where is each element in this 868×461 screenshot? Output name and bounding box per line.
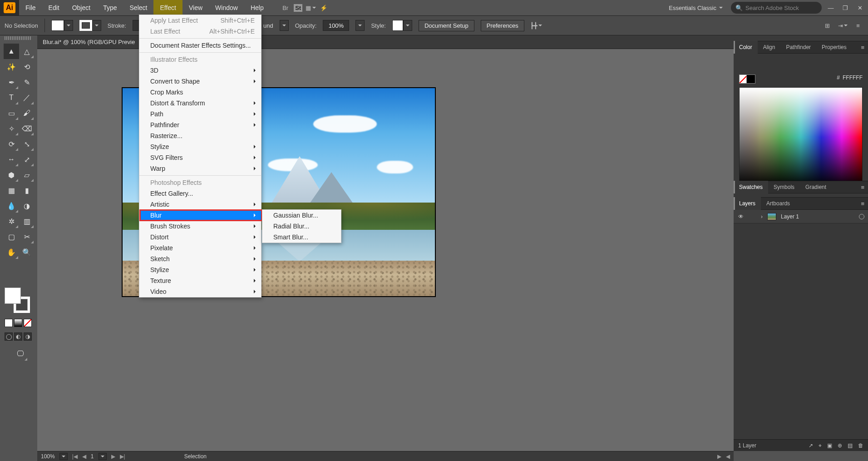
menu-path[interactable]: Path: [139, 109, 261, 119]
layer-row[interactable]: 👁 › Layer 1: [734, 210, 868, 223]
menu-raster-settings[interactable]: Document Raster Effects Settings...: [139, 40, 261, 51]
draw-normal[interactable]: ◯: [5, 332, 13, 341]
menu-rasterize[interactable]: Rasterize...: [139, 130, 261, 141]
style-swatch[interactable]: [392, 20, 403, 31]
menu-stylize-ps[interactable]: Stylize: [139, 264, 261, 275]
next-artboard[interactable]: ▶: [111, 453, 115, 460]
artboard-number[interactable]: 1: [91, 453, 94, 460]
tab-artboards[interactable]: Artboards: [761, 197, 795, 210]
align-icon[interactable]: ┣╋: [531, 20, 542, 31]
color-solid[interactable]: [5, 319, 13, 327]
first-artboard[interactable]: |◀: [72, 453, 78, 460]
gpu-icon[interactable]: ⚡: [317, 0, 330, 15]
type-tool[interactable]: T: [4, 90, 19, 105]
rectangle-tool[interactable]: ▭: [4, 105, 19, 121]
document-setup-button[interactable]: Document Setup: [419, 20, 474, 31]
menu-edit[interactable]: Edit: [42, 0, 66, 15]
profile-dropdown[interactable]: [280, 20, 289, 31]
menu-smart-blur[interactable]: Smart Blur...: [262, 232, 341, 243]
color-fill-stroke-mini[interactable]: [739, 74, 755, 84]
preferences-button[interactable]: Preferences: [481, 20, 524, 31]
menu-texture[interactable]: Texture: [139, 275, 261, 286]
menu-effect-gallery[interactable]: Effect Gallery...: [139, 188, 261, 199]
perspective-tool[interactable]: ▱: [19, 167, 35, 183]
tab-symbols[interactable]: Symbols: [768, 181, 800, 193]
expand-layer[interactable]: ›: [761, 213, 763, 220]
fill-dropdown[interactable]: [64, 20, 73, 31]
free-transform-tool[interactable]: ⤢: [19, 152, 35, 167]
hscroll-left[interactable]: ▶: [717, 453, 721, 460]
menu-svg-filters[interactable]: SVG Filters: [139, 152, 261, 163]
menu-3d[interactable]: 3D: [139, 65, 261, 76]
new-layer-icon[interactable]: ▤: [848, 442, 853, 449]
stroke-dropdown[interactable]: [92, 20, 101, 31]
menu-artistic[interactable]: Artistic: [139, 199, 261, 210]
locate-icon[interactable]: ⌖: [819, 442, 822, 449]
blend-tool[interactable]: ◑: [19, 198, 35, 213]
stock-icon[interactable]: St: [292, 0, 305, 15]
fill-color-box[interactable]: [5, 288, 21, 304]
menu-stylize-ill[interactable]: Stylize: [139, 141, 261, 152]
panel-grip[interactable]: [5, 36, 32, 40]
hand-tool[interactable]: ✋: [4, 244, 19, 260]
menu-type[interactable]: Type: [97, 0, 123, 15]
search-stock-input[interactable]: 🔍 Search Adobe Stock: [731, 2, 822, 14]
arrange-docs-icon[interactable]: ▦: [305, 0, 317, 15]
layer-name[interactable]: Layer 1: [781, 213, 799, 220]
mesh-tool[interactable]: ▦: [4, 183, 19, 198]
menu-radial-blur[interactable]: Radial Blur...: [262, 221, 341, 232]
draw-behind[interactable]: ◐: [14, 332, 22, 341]
tab-swatches[interactable]: Swatches: [734, 181, 768, 193]
scale-tool[interactable]: ⤡: [19, 136, 35, 152]
close-button[interactable]: ✕: [854, 0, 865, 15]
eyedropper-tool[interactable]: 💧: [4, 198, 19, 213]
menu-crop-marks[interactable]: Crop Marks: [139, 87, 261, 98]
tab-align[interactable]: Align: [758, 41, 781, 54]
pen-tool[interactable]: ✒: [4, 74, 19, 90]
fill-stroke-control[interactable]: [5, 288, 32, 315]
menu-window[interactable]: Window: [209, 0, 244, 15]
hex-readout[interactable]: #FFFFFF: [837, 74, 863, 81]
shape-builder-tool[interactable]: ⬢: [4, 167, 19, 183]
lasso-tool[interactable]: ⟲: [19, 59, 35, 74]
fill-swatch[interactable]: [51, 20, 64, 31]
width-tool[interactable]: ↔: [4, 152, 19, 167]
opacity-field[interactable]: 100%: [323, 20, 349, 31]
transform-icon[interactable]: ⇥: [837, 20, 848, 31]
menu-distort-transform[interactable]: Distort & Transform: [139, 98, 261, 109]
tab-color[interactable]: Color: [734, 41, 758, 54]
panel-menu-icon[interactable]: ≡: [861, 200, 868, 207]
artboard-dropdown[interactable]: [99, 453, 107, 460]
menu-blur[interactable]: Blur: [139, 210, 261, 221]
hscroll-right[interactable]: ◀: [726, 453, 730, 460]
screen-mode[interactable]: 🖵: [13, 346, 28, 362]
direct-selection-tool[interactable]: △: [19, 44, 35, 59]
line-tool[interactable]: ／: [19, 90, 35, 105]
color-gradient[interactable]: [14, 319, 22, 327]
menu-video[interactable]: Video: [139, 286, 261, 297]
menu-object[interactable]: Object: [66, 0, 97, 15]
style-dropdown[interactable]: [403, 20, 412, 31]
selection-tool[interactable]: ▲: [4, 44, 19, 59]
layer-target[interactable]: [859, 214, 864, 219]
curvature-tool[interactable]: ✎: [19, 74, 35, 90]
panel-menu-icon[interactable]: ≡: [861, 184, 868, 191]
last-artboard[interactable]: ▶|: [120, 453, 125, 460]
zoom-tool[interactable]: 🔍: [19, 244, 35, 260]
menu-distort[interactable]: Distort: [139, 232, 261, 243]
tab-pathfinder[interactable]: Pathfinder: [780, 41, 816, 54]
menu-pathfinder[interactable]: Pathfinder: [139, 119, 261, 130]
opacity-dropdown[interactable]: [355, 20, 365, 31]
menu-brush-strokes[interactable]: Brush Strokes: [139, 221, 261, 232]
draw-inside[interactable]: ◑: [24, 332, 32, 341]
export-icon[interactable]: ↗: [809, 442, 813, 449]
eraser-tool[interactable]: ⌫: [19, 121, 35, 136]
shaper-tool[interactable]: ✧: [4, 121, 19, 136]
rotate-tool[interactable]: ⟳: [4, 136, 19, 152]
zoom-dropdown[interactable]: [59, 453, 68, 460]
menu-select[interactable]: Select: [123, 0, 154, 15]
graph-tool[interactable]: ▥: [19, 213, 35, 229]
tab-gradient[interactable]: Gradient: [800, 181, 832, 193]
menu-file[interactable]: File: [19, 0, 42, 15]
slice-tool[interactable]: ✂: [19, 229, 35, 244]
